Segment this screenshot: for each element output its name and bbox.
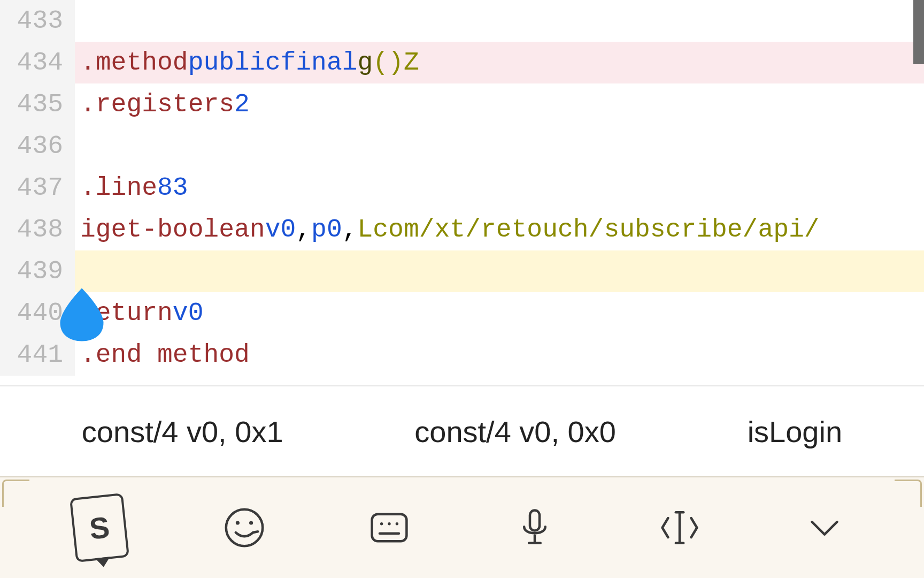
code-content[interactable]: iget-boolean v0, p0, Lcom/xt/retouch/sub… [75,209,924,250]
emoji-icon[interactable] [215,498,274,557]
suggestion-bar: const/4 v0, 0x1const/4 v0, 0x0isLogin [0,385,924,476]
line-number: 439 [0,250,75,292]
svg-point-4 [380,522,383,525]
chevron-down-icon[interactable] [795,498,854,557]
keyboard-icon[interactable] [360,498,419,557]
line-number: 435 [0,83,75,125]
code-line[interactable]: 440 return v0 [0,292,924,334]
svg-point-2 [249,521,253,524]
suggestion-item[interactable]: isLogin [732,414,858,449]
svg-rect-3 [372,514,407,541]
code-line[interactable]: 433 [0,0,924,42]
scrollbar-thumb[interactable] [913,0,924,64]
code-line[interactable]: 437 .line 83 [0,167,924,209]
svg-rect-8 [530,511,540,531]
line-number: 436 [0,125,75,167]
code-content[interactable]: .registers 2 [75,83,924,125]
code-content[interactable] [75,250,924,292]
line-number: 437 [0,167,75,209]
svg-point-6 [396,522,398,525]
sogou-logo[interactable]: S [70,498,129,557]
line-number: 440 [0,292,75,334]
code-content[interactable]: return v0 [75,292,924,334]
code-line[interactable]: 435 .registers 2 [0,83,924,125]
code-line[interactable]: 434.method public final g()Z [0,42,924,83]
svg-point-5 [388,522,391,525]
suggestion-item[interactable]: const/4 v0, 0x1 [66,414,299,449]
line-number: 433 [0,0,75,42]
code-content[interactable]: .method public final g()Z [75,42,924,83]
sogou-logo-icon: S [70,493,129,562]
line-number: 434 [0,42,75,83]
vertical-scrollbar[interactable] [913,0,924,385]
code-line[interactable]: 441.end method [0,334,924,376]
code-content[interactable] [75,125,924,167]
code-content[interactable] [75,0,924,42]
cursor-move-icon[interactable] [650,498,709,557]
svg-point-0 [226,509,263,546]
mic-icon[interactable] [505,498,564,557]
line-number: 438 [0,209,75,250]
code-content[interactable]: .line 83 [75,167,924,209]
code-content[interactable]: .end method [75,334,924,376]
svg-point-1 [236,521,240,524]
suggestion-item[interactable]: const/4 v0, 0x0 [398,414,632,449]
line-number: 441 [0,334,75,376]
code-line[interactable]: 438 iget-boolean v0, p0, Lcom/xt/retouch… [0,209,924,250]
ime-toolbar: S [0,476,924,578]
code-line[interactable]: 436 [0,125,924,167]
code-editor[interactable]: 433434.method public final g()Z435 .regi… [0,0,924,385]
code-line[interactable]: 439 [0,250,924,292]
